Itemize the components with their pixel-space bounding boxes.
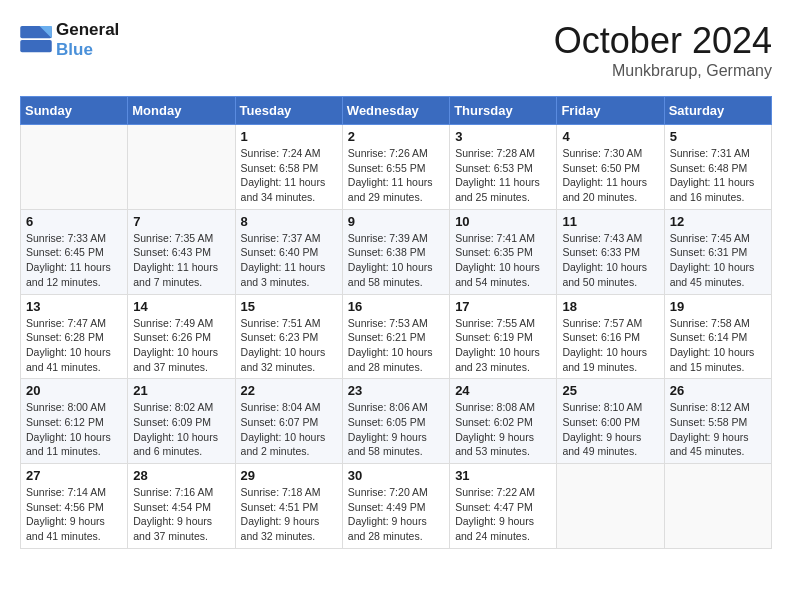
calendar-cell: 1Sunrise: 7:24 AMSunset: 6:58 PMDaylight… — [235, 125, 342, 210]
day-info: Sunrise: 7:43 AMSunset: 6:33 PMDaylight:… — [562, 231, 658, 290]
weekday-header: Tuesday — [235, 97, 342, 125]
location: Munkbrarup, Germany — [554, 62, 772, 80]
title-block: October 2024 Munkbrarup, Germany — [554, 20, 772, 80]
day-info: Sunrise: 7:20 AMSunset: 4:49 PMDaylight:… — [348, 485, 444, 544]
day-number: 12 — [670, 214, 766, 229]
logo-text: General Blue — [56, 20, 119, 61]
day-info: Sunrise: 8:08 AMSunset: 6:02 PMDaylight:… — [455, 400, 551, 459]
calendar-cell: 15Sunrise: 7:51 AMSunset: 6:23 PMDayligh… — [235, 294, 342, 379]
day-number: 20 — [26, 383, 122, 398]
calendar-week-row: 1Sunrise: 7:24 AMSunset: 6:58 PMDaylight… — [21, 125, 772, 210]
calendar-cell: 30Sunrise: 7:20 AMSunset: 4:49 PMDayligh… — [342, 464, 449, 549]
day-number: 21 — [133, 383, 229, 398]
calendar-cell: 29Sunrise: 7:18 AMSunset: 4:51 PMDayligh… — [235, 464, 342, 549]
calendar-cell: 6Sunrise: 7:33 AMSunset: 6:45 PMDaylight… — [21, 209, 128, 294]
calendar-cell: 19Sunrise: 7:58 AMSunset: 6:14 PMDayligh… — [664, 294, 771, 379]
day-number: 8 — [241, 214, 337, 229]
calendar-cell: 2Sunrise: 7:26 AMSunset: 6:55 PMDaylight… — [342, 125, 449, 210]
day-number: 16 — [348, 299, 444, 314]
day-info: Sunrise: 7:41 AMSunset: 6:35 PMDaylight:… — [455, 231, 551, 290]
calendar-cell: 7Sunrise: 7:35 AMSunset: 6:43 PMDaylight… — [128, 209, 235, 294]
day-number: 23 — [348, 383, 444, 398]
calendar-cell: 23Sunrise: 8:06 AMSunset: 6:05 PMDayligh… — [342, 379, 449, 464]
day-info: Sunrise: 8:06 AMSunset: 6:05 PMDaylight:… — [348, 400, 444, 459]
day-number: 19 — [670, 299, 766, 314]
day-info: Sunrise: 7:53 AMSunset: 6:21 PMDaylight:… — [348, 316, 444, 375]
day-info: Sunrise: 8:12 AMSunset: 5:58 PMDaylight:… — [670, 400, 766, 459]
day-number: 4 — [562, 129, 658, 144]
day-number: 22 — [241, 383, 337, 398]
day-info: Sunrise: 7:24 AMSunset: 6:58 PMDaylight:… — [241, 146, 337, 205]
day-number: 15 — [241, 299, 337, 314]
calendar-cell: 25Sunrise: 8:10 AMSunset: 6:00 PMDayligh… — [557, 379, 664, 464]
weekday-header: Saturday — [664, 97, 771, 125]
weekday-header-row: SundayMondayTuesdayWednesdayThursdayFrid… — [21, 97, 772, 125]
day-info: Sunrise: 8:00 AMSunset: 6:12 PMDaylight:… — [26, 400, 122, 459]
day-info: Sunrise: 7:14 AMSunset: 4:56 PMDaylight:… — [26, 485, 122, 544]
calendar-cell: 11Sunrise: 7:43 AMSunset: 6:33 PMDayligh… — [557, 209, 664, 294]
day-number: 5 — [670, 129, 766, 144]
calendar-week-row: 27Sunrise: 7:14 AMSunset: 4:56 PMDayligh… — [21, 464, 772, 549]
weekday-header: Wednesday — [342, 97, 449, 125]
day-info: Sunrise: 7:49 AMSunset: 6:26 PMDaylight:… — [133, 316, 229, 375]
calendar-cell — [21, 125, 128, 210]
calendar-cell: 27Sunrise: 7:14 AMSunset: 4:56 PMDayligh… — [21, 464, 128, 549]
calendar-cell: 22Sunrise: 8:04 AMSunset: 6:07 PMDayligh… — [235, 379, 342, 464]
day-info: Sunrise: 7:47 AMSunset: 6:28 PMDaylight:… — [26, 316, 122, 375]
logo: General Blue — [20, 20, 119, 61]
day-info: Sunrise: 7:33 AMSunset: 6:45 PMDaylight:… — [26, 231, 122, 290]
day-number: 26 — [670, 383, 766, 398]
calendar-cell: 16Sunrise: 7:53 AMSunset: 6:21 PMDayligh… — [342, 294, 449, 379]
calendar-cell: 26Sunrise: 8:12 AMSunset: 5:58 PMDayligh… — [664, 379, 771, 464]
calendar-week-row: 6Sunrise: 7:33 AMSunset: 6:45 PMDaylight… — [21, 209, 772, 294]
calendar-cell — [557, 464, 664, 549]
calendar-cell: 3Sunrise: 7:28 AMSunset: 6:53 PMDaylight… — [450, 125, 557, 210]
calendar-cell: 24Sunrise: 8:08 AMSunset: 6:02 PMDayligh… — [450, 379, 557, 464]
calendar-cell: 20Sunrise: 8:00 AMSunset: 6:12 PMDayligh… — [21, 379, 128, 464]
calendar-cell: 28Sunrise: 7:16 AMSunset: 4:54 PMDayligh… — [128, 464, 235, 549]
day-number: 24 — [455, 383, 551, 398]
weekday-header: Sunday — [21, 97, 128, 125]
calendar-cell: 13Sunrise: 7:47 AMSunset: 6:28 PMDayligh… — [21, 294, 128, 379]
day-info: Sunrise: 7:35 AMSunset: 6:43 PMDaylight:… — [133, 231, 229, 290]
day-info: Sunrise: 8:10 AMSunset: 6:00 PMDaylight:… — [562, 400, 658, 459]
day-number: 11 — [562, 214, 658, 229]
day-number: 9 — [348, 214, 444, 229]
day-number: 10 — [455, 214, 551, 229]
calendar-cell — [128, 125, 235, 210]
weekday-header: Friday — [557, 97, 664, 125]
day-number: 28 — [133, 468, 229, 483]
day-number: 3 — [455, 129, 551, 144]
weekday-header: Thursday — [450, 97, 557, 125]
day-info: Sunrise: 7:26 AMSunset: 6:55 PMDaylight:… — [348, 146, 444, 205]
day-info: Sunrise: 7:30 AMSunset: 6:50 PMDaylight:… — [562, 146, 658, 205]
day-info: Sunrise: 7:55 AMSunset: 6:19 PMDaylight:… — [455, 316, 551, 375]
calendar-cell: 18Sunrise: 7:57 AMSunset: 6:16 PMDayligh… — [557, 294, 664, 379]
calendar-cell: 14Sunrise: 7:49 AMSunset: 6:26 PMDayligh… — [128, 294, 235, 379]
month-title: October 2024 — [554, 20, 772, 62]
day-number: 25 — [562, 383, 658, 398]
day-info: Sunrise: 7:57 AMSunset: 6:16 PMDaylight:… — [562, 316, 658, 375]
calendar-cell: 10Sunrise: 7:41 AMSunset: 6:35 PMDayligh… — [450, 209, 557, 294]
day-number: 18 — [562, 299, 658, 314]
page-header: General Blue October 2024 Munkbrarup, Ge… — [20, 20, 772, 80]
day-info: Sunrise: 7:31 AMSunset: 6:48 PMDaylight:… — [670, 146, 766, 205]
calendar-week-row: 13Sunrise: 7:47 AMSunset: 6:28 PMDayligh… — [21, 294, 772, 379]
day-number: 7 — [133, 214, 229, 229]
svg-rect-1 — [20, 40, 52, 52]
calendar-table: SundayMondayTuesdayWednesdayThursdayFrid… — [20, 96, 772, 549]
day-number: 1 — [241, 129, 337, 144]
calendar-week-row: 20Sunrise: 8:00 AMSunset: 6:12 PMDayligh… — [21, 379, 772, 464]
day-info: Sunrise: 8:04 AMSunset: 6:07 PMDaylight:… — [241, 400, 337, 459]
day-info: Sunrise: 7:39 AMSunset: 6:38 PMDaylight:… — [348, 231, 444, 290]
calendar-cell: 8Sunrise: 7:37 AMSunset: 6:40 PMDaylight… — [235, 209, 342, 294]
day-number: 27 — [26, 468, 122, 483]
day-number: 2 — [348, 129, 444, 144]
logo-icon — [20, 26, 52, 54]
calendar-cell: 9Sunrise: 7:39 AMSunset: 6:38 PMDaylight… — [342, 209, 449, 294]
day-info: Sunrise: 7:16 AMSunset: 4:54 PMDaylight:… — [133, 485, 229, 544]
day-info: Sunrise: 7:18 AMSunset: 4:51 PMDaylight:… — [241, 485, 337, 544]
day-info: Sunrise: 7:22 AMSunset: 4:47 PMDaylight:… — [455, 485, 551, 544]
day-info: Sunrise: 7:37 AMSunset: 6:40 PMDaylight:… — [241, 231, 337, 290]
calendar-cell: 5Sunrise: 7:31 AMSunset: 6:48 PMDaylight… — [664, 125, 771, 210]
